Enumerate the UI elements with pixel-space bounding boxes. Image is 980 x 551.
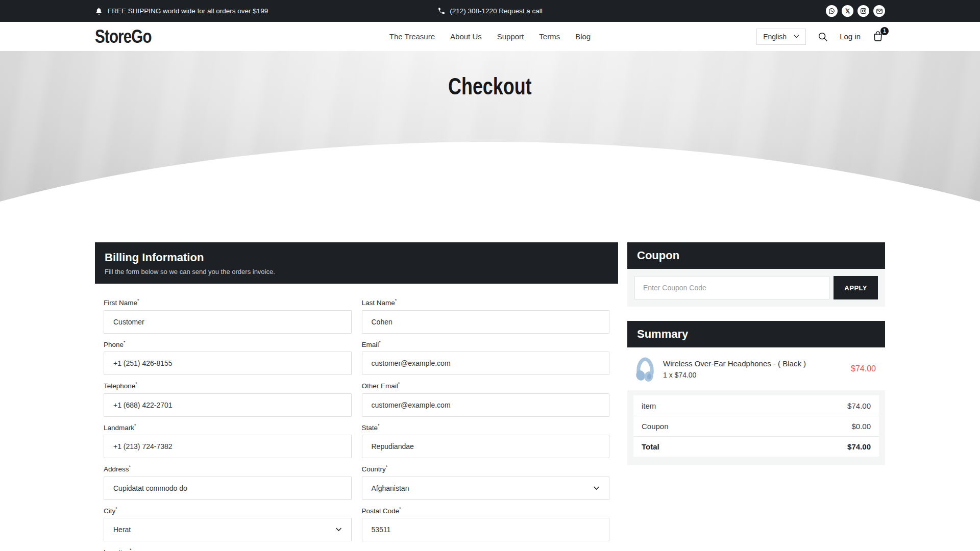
address-input[interactable] xyxy=(104,477,352,500)
field-phone: Phone* xyxy=(104,340,352,375)
nav-blog[interactable]: Blog xyxy=(575,32,591,41)
summary-row-coupon: Coupon $0.00 xyxy=(633,416,879,436)
city-select[interactable]: Herat xyxy=(104,518,352,541)
email-input[interactable] xyxy=(362,352,610,375)
other-email-input[interactable] xyxy=(362,393,610,417)
checkout-content: Billing Information Fill the form below … xyxy=(95,242,885,551)
product-price: $74.00 xyxy=(851,364,876,373)
page-title: Checkout xyxy=(0,72,980,100)
summary-row-total: Total $74.00 xyxy=(633,436,879,457)
billing-form: First Name* Last Name* Phone* Email* Tel… xyxy=(95,284,618,551)
field-email: Email* xyxy=(362,340,610,375)
summary-product-row: Wireless Over-Ear Headphones - ( Black )… xyxy=(627,347,885,390)
field-other-email: Other Email* xyxy=(362,381,610,417)
phone-input[interactable] xyxy=(104,352,352,375)
landmark-input[interactable] xyxy=(104,435,352,458)
state-input[interactable] xyxy=(362,435,610,458)
telephone-input[interactable] xyxy=(104,393,352,417)
summary-totals: item $74.00 Coupon $0.00 Total $74.00 xyxy=(627,390,885,465)
coupon-title: Coupon xyxy=(637,249,679,262)
field-location: Location* Select Location xyxy=(104,547,352,551)
cart-button[interactable]: 1 xyxy=(872,30,885,43)
cart-count-badge: 1 xyxy=(880,27,889,35)
product-thumbnail-headphones xyxy=(634,356,656,382)
coupon-header: Coupon xyxy=(627,242,885,269)
apply-coupon-button[interactable]: APPLY xyxy=(834,276,878,299)
field-last-name: Last Name* xyxy=(362,298,610,334)
header-actions: English Log in 1 xyxy=(756,29,885,45)
social-links: 𝕏 xyxy=(826,5,885,17)
last-name-input[interactable] xyxy=(362,310,610,334)
hero-banner: Checkout xyxy=(0,51,980,209)
summary-section: Summary Wireless Over-Ear Headphones - (… xyxy=(627,321,885,465)
billing-subtitle: Fill the form below so we can send you t… xyxy=(105,268,608,276)
order-sidebar: Coupon APPLY Summary Wireless Over-Ear H… xyxy=(627,242,885,465)
phone-banner[interactable]: (212) 308-1220 Request a call xyxy=(437,7,543,15)
field-telephone: Telephone* xyxy=(104,381,352,417)
billing-section: Billing Information Fill the form below … xyxy=(95,242,618,551)
nav-terms[interactable]: Terms xyxy=(539,32,560,41)
store-logo[interactable]: StoreGo xyxy=(95,26,152,47)
chevron-down-icon xyxy=(335,528,342,532)
instagram-icon[interactable] xyxy=(857,5,869,17)
whatsapp-icon[interactable] xyxy=(826,5,838,17)
product-info: Wireless Over-Ear Headphones - ( Black )… xyxy=(663,359,844,379)
nav-support[interactable]: Support xyxy=(497,32,524,41)
field-country: Country* Afghanistan xyxy=(362,464,610,500)
field-address: Address* xyxy=(104,464,352,500)
summary-title: Summary xyxy=(637,328,688,340)
country-select[interactable]: Afghanistan xyxy=(362,477,610,500)
language-value: English xyxy=(763,33,787,41)
bell-icon xyxy=(95,7,103,15)
top-announcement-bar: FREE SHIPPING world wide for all orders … xyxy=(0,0,980,22)
chevron-down-icon xyxy=(593,486,600,490)
nav-about-us[interactable]: About Us xyxy=(450,32,482,41)
phone-text: (212) 308-1220 Request a call xyxy=(450,7,543,15)
coupon-section: Coupon APPLY xyxy=(627,242,885,307)
language-selector[interactable]: English xyxy=(756,29,806,45)
chevron-down-icon xyxy=(794,35,799,38)
field-state: State* xyxy=(362,423,610,459)
coupon-body: APPLY xyxy=(627,269,885,307)
coupon-code-input[interactable] xyxy=(634,276,829,299)
first-name-input[interactable] xyxy=(104,310,352,334)
shipping-text: FREE SHIPPING world wide for all orders … xyxy=(108,7,268,15)
phone-icon xyxy=(437,7,445,15)
x-twitter-icon[interactable]: 𝕏 xyxy=(842,5,853,17)
summary-row-item: item $74.00 xyxy=(633,395,879,416)
billing-header: Billing Information Fill the form below … xyxy=(95,242,618,284)
billing-title: Billing Information xyxy=(105,251,608,264)
email-icon[interactable] xyxy=(873,5,885,17)
product-qty-line: 1 x $74.00 xyxy=(663,371,844,379)
summary-table: item $74.00 Coupon $0.00 Total $74.00 xyxy=(633,395,879,457)
field-first-name: First Name* xyxy=(104,298,352,334)
login-link[interactable]: Log in xyxy=(840,32,861,41)
summary-header: Summary xyxy=(627,321,885,347)
postal-code-input[interactable] xyxy=(362,518,610,541)
main-nav: The Treasure About Us Support Terms Blog xyxy=(389,32,591,41)
main-header: StoreGo The Treasure About Us Support Te… xyxy=(0,22,980,51)
field-landmark: Landmark* xyxy=(104,423,352,459)
field-city: City* Herat xyxy=(104,506,352,542)
shipping-banner: FREE SHIPPING world wide for all orders … xyxy=(95,7,268,15)
search-icon[interactable] xyxy=(817,31,828,42)
product-name[interactable]: Wireless Over-Ear Headphones - ( Black ) xyxy=(663,359,844,368)
field-postal-code: Postal Code* xyxy=(362,506,610,542)
nav-the-treasure[interactable]: The Treasure xyxy=(389,32,435,41)
